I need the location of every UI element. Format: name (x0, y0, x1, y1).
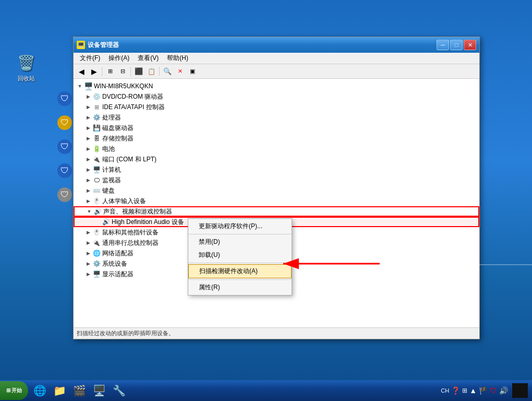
tree-item-computer[interactable]: ▼ 🖥️ WIN-MI8R5UKKQKN (74, 81, 479, 91)
toolbar-sep-2 (130, 67, 131, 76)
tray-clock (512, 383, 528, 398)
status-text: 扫描经过改动的或新的即插即用设备。 (77, 329, 174, 337)
expander-disk[interactable]: ▶ (84, 124, 92, 132)
context-menu-properties[interactable]: 属性(R) (188, 281, 292, 294)
expander-computer[interactable]: ▼ (76, 82, 84, 90)
tree-item-keyboard[interactable]: ▶ ⌨️ 键盘 (74, 185, 479, 196)
expander-hda (93, 218, 102, 226)
expander-cpu[interactable]: ▶ (84, 113, 92, 122)
expander-bus[interactable]: ▶ (84, 239, 92, 247)
expander-dvd[interactable]: ▶ (84, 92, 92, 101)
menu-file[interactable]: 文件(F) (76, 53, 104, 64)
tray-icon-arrow[interactable]: ▲ (469, 386, 477, 395)
taskbar-icon-remote[interactable]: 🖥️ (90, 381, 108, 400)
tray-lang: CH (441, 387, 449, 394)
tree-label-storage: 存储控制器 (102, 134, 134, 143)
start-button[interactable]: ⊞ 开始 (0, 381, 28, 400)
tree-label-port: 端口 (COM 和 LPT) (102, 155, 156, 164)
storage-icon: 🗄 (92, 134, 101, 143)
taskbar-icon-ie[interactable]: 🌐 (30, 381, 49, 400)
shield-icon-1[interactable]: 🛡 (57, 91, 72, 106)
expander-display[interactable]: ▶ (84, 270, 92, 278)
tree-label-computer2: 计算机 (102, 166, 121, 174)
expander-sound[interactable]: ▼ (85, 207, 93, 216)
menu-help[interactable]: 帮助(H) (163, 53, 192, 64)
recycle-bin-label: 回收站 (18, 75, 35, 82)
expander-keyboard[interactable]: ▶ (84, 186, 92, 195)
toolbar-sep-3 (159, 67, 160, 76)
taskbar-icon-devmgr[interactable]: 🔧 (110, 381, 128, 400)
monitor-icon: 🖵 (92, 176, 101, 184)
context-menu-update-driver[interactable]: 更新驱动程序软件(P)... (188, 220, 292, 233)
tray-icon-help[interactable]: ❓ (451, 386, 460, 395)
tree-item-monitor[interactable]: ▶ 🖵 监视器 (74, 175, 479, 185)
taskbar-icons: 🌐 📁 🎬 🖥️ 🔧 (30, 381, 437, 400)
taskbar-icon-explorer[interactable]: 📁 (50, 381, 69, 400)
shield-icon-5[interactable]: 🛡 (57, 187, 72, 202)
shield-icon-2[interactable]: 🛡 (57, 115, 72, 130)
expander-system[interactable]: ▶ (84, 260, 92, 268)
toolbar-btn-6[interactable]: 📋 (146, 66, 157, 77)
tree-label-hid: 人体学输入设备 (102, 197, 146, 206)
ide-icon: ⊞ (92, 103, 101, 111)
hda-icon: 🔊 (102, 218, 110, 226)
close-button[interactable]: ✕ (464, 40, 476, 50)
display-icon: 🖥️ (92, 270, 101, 278)
menu-view[interactable]: 查看(V) (134, 53, 163, 64)
sound-icon: 🔊 (93, 207, 102, 216)
title-bar: 🖥️ 设备管理器 ─ □ ✕ (74, 37, 479, 53)
tree-item-storage[interactable]: ▶ 🗄 存储控制器 (74, 133, 479, 144)
expander-battery[interactable]: ▶ (84, 145, 92, 153)
expander-ide[interactable]: ▶ (84, 103, 92, 111)
expander-mouse[interactable]: ▶ (84, 228, 92, 237)
taskbar-icon-media[interactable]: 🎬 (70, 381, 89, 400)
tree-item-hid[interactable]: ▶ 🖱️ 人体学输入设备 (74, 196, 479, 206)
toolbar-btn-8[interactable]: ✕ (174, 66, 186, 77)
toolbar-btn-7[interactable]: 🔍 (162, 66, 173, 77)
minimize-button[interactable]: ─ (437, 40, 449, 50)
recycle-bin-icon[interactable]: 🗑️ 回收站 (10, 52, 42, 82)
toolbar-btn-5[interactable]: ⬛ (133, 66, 144, 77)
status-bar: 扫描经过改动的或新的即插即用设备。 (74, 327, 479, 339)
context-menu: 更新驱动程序软件(P)... 禁用(D) 卸载(U) 扫描检测硬件改动(A) 属… (188, 218, 292, 296)
tree-label-dvd: DVD/CD-ROM 驱动器 (102, 92, 163, 101)
context-menu-disable[interactable]: 禁用(D) (188, 235, 292, 249)
expander-network[interactable]: ▶ (84, 249, 92, 257)
menu-action[interactable]: 操作(A) (104, 53, 134, 64)
tray-icon-volume[interactable]: 🔊 (499, 386, 508, 395)
context-menu-sep (188, 234, 292, 234)
expander-hid[interactable]: ▶ (84, 197, 92, 205)
tree-label-disk: 磁盘驱动器 (102, 124, 134, 133)
tree-item-battery[interactable]: ▶ 🔋 电池 (74, 144, 479, 154)
toolbar-sep-1 (102, 67, 102, 76)
tree-label-battery: 电池 (102, 145, 115, 154)
tree-item-sound[interactable]: ▼ 🔊 声音、视频和游戏控制器 (74, 206, 479, 217)
expander-monitor[interactable]: ▶ (84, 176, 92, 184)
shield-icon-3[interactable]: 🛡 (57, 139, 72, 154)
toolbar-btn-9[interactable]: ▣ (187, 66, 198, 77)
tree-label-mouse: 鼠标和其他指针设备 (102, 228, 159, 237)
context-menu-scan[interactable]: 扫描检测硬件改动(A) (188, 264, 292, 278)
expander-computer2[interactable]: ▶ (84, 166, 92, 174)
tree-item-cpu[interactable]: ▶ ⚙️ 处理器 (74, 112, 479, 123)
back-button[interactable]: ◀ (76, 66, 87, 77)
tray-icon-security[interactable]: 🛡 (490, 386, 497, 395)
shield-icon-4[interactable]: 🛡 (57, 163, 72, 178)
tree-item-dvd[interactable]: ▶ 💿 DVD/CD-ROM 驱动器 (74, 91, 479, 102)
recycle-bin-image: 🗑️ (16, 52, 37, 73)
tree-item-port[interactable]: ▶ 🔌 端口 (COM 和 LPT) (74, 154, 479, 164)
forward-button[interactable]: ▶ (88, 66, 100, 77)
tray-icon-flag[interactable]: 🏴 (479, 386, 488, 395)
tree-item-disk[interactable]: ▶ 💾 磁盘驱动器 (74, 123, 479, 133)
tree-item-computer2[interactable]: ▶ 🖥️ 计算机 (74, 164, 479, 175)
bus-icon: 🔌 (92, 239, 101, 247)
expander-storage[interactable]: ▶ (84, 134, 92, 143)
tree-item-ide[interactable]: ▶ ⊞ IDE ATA/ATAPI 控制器 (74, 102, 479, 112)
context-menu-uninstall[interactable]: 卸载(U) (188, 249, 292, 262)
toolbar-btn-3[interactable]: ⊞ (104, 66, 116, 77)
tray-icon-network[interactable]: ⊞ (462, 387, 467, 394)
window-title: 设备管理器 (88, 41, 119, 50)
toolbar-btn-4[interactable]: ⊟ (117, 66, 128, 77)
maximize-button[interactable]: □ (450, 40, 463, 50)
expander-port[interactable]: ▶ (84, 155, 92, 163)
